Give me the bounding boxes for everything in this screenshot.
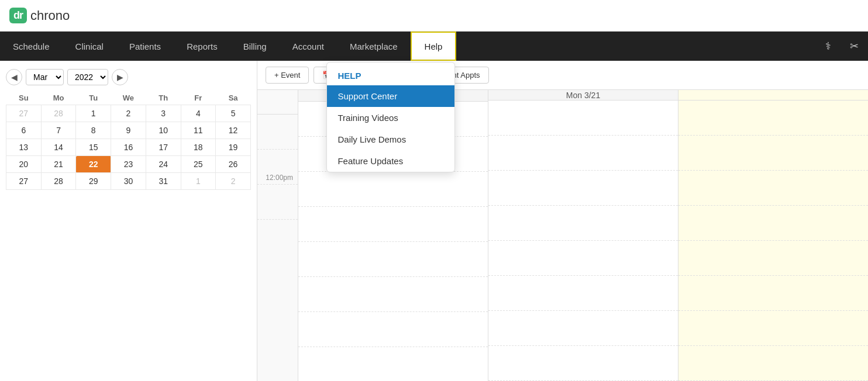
cal-day[interactable]: 31 <box>146 173 181 190</box>
day-cells-mon321 <box>488 101 678 381</box>
day-cell[interactable] <box>488 171 678 206</box>
day-cell[interactable] <box>298 312 488 347</box>
cal-day[interactable]: 2 <box>111 105 146 122</box>
time-column: 12:00pm <box>257 90 298 381</box>
day-col-extra <box>678 90 868 381</box>
nav-item-schedule[interactable]: Schedule <box>0 32 63 61</box>
cal-day[interactable]: 16 <box>111 139 146 156</box>
day-cell[interactable] <box>298 172 488 207</box>
day-header-mon321: Mon 3/21 <box>488 90 678 101</box>
cal-day[interactable]: 29 <box>76 173 111 190</box>
mini-cal-nav: ◀ JanFebMar AprMayJun JulAugSep OctNovDe… <box>6 69 251 85</box>
weekday-su: Su <box>6 91 42 105</box>
cal-day[interactable]: 24 <box>146 156 181 173</box>
day-cell[interactable] <box>298 242 488 277</box>
day-cell[interactable] <box>678 206 868 241</box>
cal-day[interactable]: 28 <box>41 173 76 190</box>
help-dropdown: HELP Support Center Training Videos Dail… <box>326 62 455 172</box>
cal-day[interactable]: 26 <box>216 156 251 173</box>
help-item-daily-live-demos[interactable]: Daily Live Demos <box>327 129 454 150</box>
cal-day[interactable]: 8 <box>76 122 111 139</box>
cal-day[interactable]: 15 <box>76 139 111 156</box>
day-cell[interactable] <box>678 101 868 136</box>
cal-day[interactable]: 2 <box>216 173 251 190</box>
cal-day[interactable]: 5 <box>216 105 251 122</box>
cal-day[interactable]: 14 <box>41 139 76 156</box>
cal-day[interactable]: 6 <box>6 122 42 139</box>
cal-day[interactable]: 20 <box>6 156 42 173</box>
day-cell[interactable] <box>678 311 868 346</box>
cal-day[interactable]: 4 <box>181 105 216 122</box>
cal-day[interactable]: 1 <box>76 105 111 122</box>
day-cell[interactable] <box>298 207 488 242</box>
next-month-button[interactable]: ▶ <box>112 69 128 85</box>
sidebar: ◀ JanFebMar AprMayJun JulAugSep OctNovDe… <box>0 61 257 381</box>
day-cell[interactable] <box>678 346 868 381</box>
day-cell[interactable] <box>678 136 868 171</box>
weekday-th: Th <box>146 91 181 105</box>
month-select[interactable]: JanFebMar AprMayJun JulAugSep OctNovDec <box>26 69 64 85</box>
cal-day[interactable]: 27 <box>6 105 42 122</box>
day-cell[interactable] <box>488 206 678 241</box>
cal-day[interactable]: 23 <box>111 156 146 173</box>
weekday-tu: Tu <box>76 91 111 105</box>
cal-day[interactable]: 19 <box>216 139 251 156</box>
nav-item-billing[interactable]: Billing <box>230 32 280 61</box>
nav-item-patients[interactable]: Patients <box>116 32 174 61</box>
cal-day[interactable]: 27 <box>6 173 42 190</box>
scissors-icon[interactable]: ✂ <box>841 32 868 61</box>
mini-calendar: Su Mo Tu We Th Fr Sa 27 28 1 2 <box>6 91 251 190</box>
logo-text: chrono <box>30 8 70 23</box>
day-cell[interactable] <box>488 136 678 171</box>
time-label <box>257 185 298 220</box>
day-cell[interactable] <box>488 101 678 136</box>
year-select[interactable]: 2020202120222023 <box>67 69 108 85</box>
cal-day[interactable]: 21 <box>41 156 76 173</box>
cal-day[interactable]: 28 <box>41 105 76 122</box>
cal-day[interactable]: 11 <box>181 122 216 139</box>
help-item-feature-updates[interactable]: Feature Updates <box>327 150 454 172</box>
prev-month-button[interactable]: ◀ <box>6 69 22 85</box>
cal-day[interactable]: 9 <box>111 122 146 139</box>
cal-day[interactable]: 30 <box>111 173 146 190</box>
cal-day-today[interactable]: 22 <box>76 156 111 173</box>
day-cells-extra <box>678 101 868 381</box>
day-cell[interactable] <box>488 241 678 276</box>
nav-item-account[interactable]: Account <box>280 32 337 61</box>
day-cell[interactable] <box>298 347 488 381</box>
cal-day[interactable]: 3 <box>146 105 181 122</box>
time-label <box>257 115 298 150</box>
weekday-we: We <box>111 91 146 105</box>
cal-day[interactable]: 17 <box>146 139 181 156</box>
time-label-noon: 12:00pm <box>257 150 298 185</box>
nav-item-marketplace[interactable]: Marketplace <box>337 32 411 61</box>
day-cell[interactable] <box>678 171 868 206</box>
nav-item-reports[interactable]: Reports <box>174 32 230 61</box>
cal-day[interactable]: 25 <box>181 156 216 173</box>
day-cell[interactable] <box>488 276 678 311</box>
cal-day[interactable]: 7 <box>41 122 76 139</box>
cal-day[interactable]: 13 <box>6 139 42 156</box>
day-cell[interactable] <box>488 346 678 381</box>
cal-day[interactable]: 1 <box>181 173 216 190</box>
day-cell[interactable] <box>488 311 678 346</box>
logo-icon: dr <box>9 8 27 23</box>
day-cell[interactable] <box>678 276 868 311</box>
help-item-training-videos[interactable]: Training Videos <box>327 107 454 129</box>
nav-item-help[interactable]: Help HELP Support Center Training Videos… <box>411 32 457 61</box>
add-event-button[interactable]: + Event <box>266 67 309 84</box>
cal-day[interactable]: 12 <box>216 122 251 139</box>
cal-day[interactable]: 18 <box>181 139 216 156</box>
time-col-header <box>257 90 298 115</box>
day-col-mon321: Mon 3/21 <box>488 90 678 381</box>
weekday-fr: Fr <box>181 91 216 105</box>
caduceus-icon[interactable]: ⚕ <box>816 32 841 61</box>
day-cell[interactable] <box>298 277 488 312</box>
help-item-support-center[interactable]: Support Center <box>327 85 454 107</box>
logo-bar: dr chrono <box>0 0 868 32</box>
navbar: Schedule Clinical Patients Reports Billi… <box>0 32 868 61</box>
weekday-sa: Sa <box>216 91 251 105</box>
cal-day[interactable]: 10 <box>146 122 181 139</box>
nav-item-clinical[interactable]: Clinical <box>63 32 116 61</box>
day-cell[interactable] <box>678 241 868 276</box>
